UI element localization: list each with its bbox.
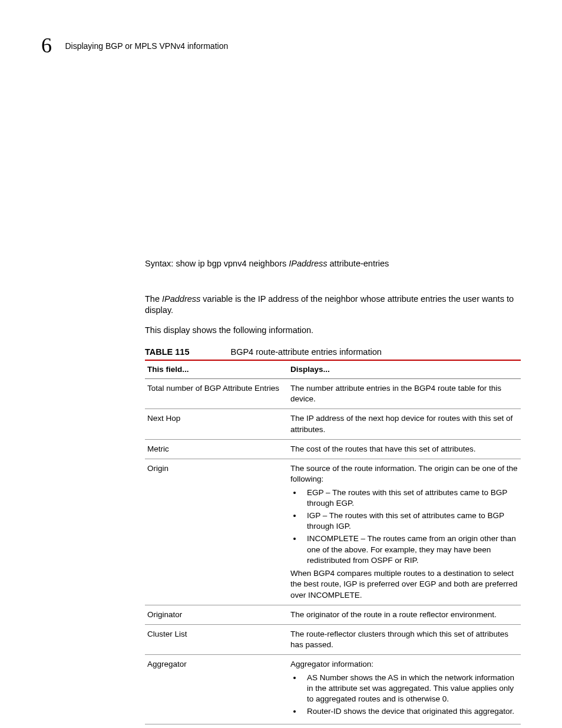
cell-displays: The IP address of the next hop device fo…: [288, 409, 521, 439]
p1-var: IPaddress: [162, 294, 200, 304]
chapter-number: 6: [41, 33, 52, 58]
table-row: Cluster List The route-reflector cluster…: [145, 624, 521, 654]
cell-displays: The source of the route information. The…: [288, 459, 521, 605]
table-row: Metric The cost of the routes that have …: [145, 439, 521, 459]
cell-field: Next Hop: [145, 409, 288, 439]
cell-field: Metric: [145, 439, 288, 459]
table-row: Origin The source of the route informati…: [145, 459, 521, 605]
cell-displays: Aggregator information: AS Number shows …: [288, 655, 521, 724]
syntax-suffix: attribute-entries: [328, 259, 389, 268]
table-row: Originator The originator of the route i…: [145, 605, 521, 624]
p1-post: variable is the IP address of the neighb…: [145, 294, 514, 315]
cell-displays: The number attribute entries in the BGP4…: [288, 379, 521, 409]
table-caption: TABLE 115BGP4 route-attribute entries in…: [145, 347, 521, 358]
cell-field: Originator: [145, 605, 288, 624]
table-row: Aggregator Aggregator information: AS Nu…: [145, 655, 521, 724]
table-row: Total number of BGP Attribute Entries Th…: [145, 379, 521, 409]
list-item: AS Number shows the AS in which the netw…: [302, 673, 518, 705]
list-item: Router-ID shows the device that originat…: [302, 706, 518, 717]
list-item: INCOMPLETE – The routes came from an ori…: [302, 533, 518, 566]
cell-displays: The cost of the routes that have this se…: [288, 439, 521, 459]
cell-field: Cluster List: [145, 624, 288, 654]
syntax-variable: IPaddress: [289, 259, 327, 268]
p1-pre: The: [145, 294, 162, 304]
origin-bullets: EGP – The routes with this set of attrib…: [290, 487, 518, 566]
page-header: 6 Displaying BGP or MPLS VPNv4 informati…: [41, 33, 521, 58]
table-label: TABLE 115: [145, 347, 189, 357]
list-item: EGP – The routes with this set of attrib…: [302, 487, 518, 509]
aggregator-pre: Aggregator information:: [290, 659, 518, 670]
content-area: Syntax: show ip bgp vpnv4 neighbors IPad…: [145, 258, 521, 728]
cell-field: Origin: [145, 459, 288, 605]
paragraph-display-intro: This display shows the following informa…: [145, 325, 521, 337]
th-field: This field...: [145, 360, 288, 379]
attribute-table: This field... Displays... Total number o…: [145, 360, 521, 724]
th-displays: Displays...: [288, 360, 521, 379]
table-row: Next Hop The IP address of the next hop …: [145, 409, 521, 439]
origin-post: When BGP4 compares multiple routes to a …: [290, 568, 518, 601]
page: 6 Displaying BGP or MPLS VPNv4 informati…: [0, 0, 562, 728]
cell-displays: The originator of the route in a route r…: [288, 605, 521, 624]
table-header-row: This field... Displays...: [145, 360, 521, 379]
table-title: BGP4 route-attribute entries information: [230, 347, 381, 357]
cell-field: Total number of BGP Attribute Entries: [145, 379, 288, 409]
syntax-prefix: Syntax: show ip bgp vpnv4 neighbors: [145, 259, 289, 268]
origin-pre: The source of the route information. The…: [290, 463, 518, 485]
cell-field: Aggregator: [145, 655, 288, 724]
header-title: Displaying BGP or MPLS VPNv4 information: [65, 41, 228, 51]
cell-displays: The route-reflector clusters through whi…: [288, 624, 521, 654]
aggregator-bullets: AS Number shows the AS in which the netw…: [290, 673, 518, 717]
paragraph-ipaddress: The IPaddress variable is the IP address…: [145, 294, 521, 317]
syntax-line: Syntax: show ip bgp vpnv4 neighbors IPad…: [145, 258, 521, 270]
list-item: IGP – The routes with this set of attrib…: [302, 510, 518, 532]
